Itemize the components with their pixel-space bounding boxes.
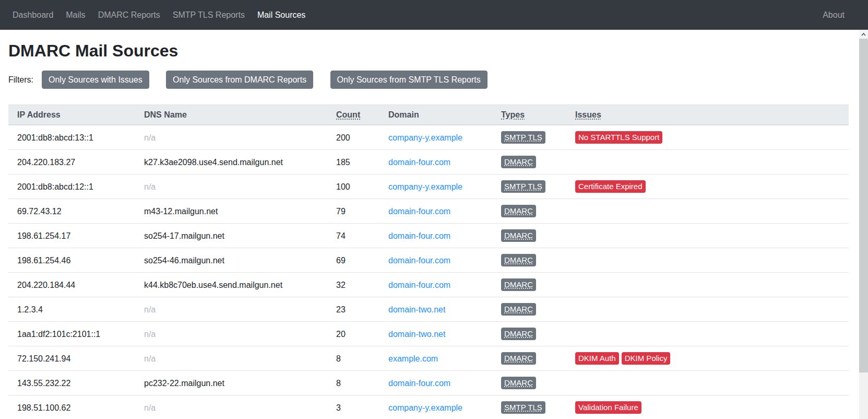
dns-cell: n/a: [135, 395, 327, 419]
column-header-label: DNS Name: [144, 110, 187, 119]
mail-sources-table: IP Address DNS Name Count Domain: [8, 104, 849, 419]
types-cell: SMTP TLS: [492, 174, 566, 199]
domain-link[interactable]: domain-four.com: [388, 379, 450, 388]
domain-link[interactable]: domain-two.net: [388, 330, 445, 339]
issues-cell: [566, 322, 849, 346]
issue-badge-dkim-policy: DKIM Policy: [622, 352, 671, 365]
count-cell: 74: [327, 224, 379, 248]
table-row-69-72-43-12: 69.72.43.12 m43-12.mailgun.net 79 domain…: [8, 199, 849, 224]
dns-value: n/a: [144, 305, 156, 314]
ip-cell: 1.2.3.4: [8, 297, 135, 322]
domain-cell: domain-two.net: [379, 297, 492, 322]
column-header-domain: Domain: [379, 105, 492, 125]
nav-item-dmarc-reports[interactable]: DMARC Reports: [92, 6, 167, 24]
table-row-198-61-254-46: 198.61.254.46 so254-46.mailgun.net 69 do…: [8, 248, 849, 273]
dns-cell: so254-46.mailgun.net: [135, 248, 327, 273]
nav-list-item: DMARC Reports: [92, 6, 167, 24]
domain-cell: domain-four.com: [379, 371, 492, 395]
type-badge-dmarc: DMARC: [501, 328, 536, 340]
filter-button-only-sources-from-smtp-tls-reports[interactable]: Only Sources from SMTP TLS Reports: [330, 71, 487, 89]
domain-link[interactable]: company-y.example: [388, 403, 462, 412]
filter-button-only-sources-with-issues[interactable]: Only Sources with Issues: [42, 71, 149, 89]
column-header-label: IP Address: [17, 110, 61, 119]
issues-cell: [566, 224, 849, 248]
domain-cell: company-y.example: [379, 395, 492, 419]
dns-cell: n/a: [135, 322, 327, 346]
table-row-72-150-241-94: 72.150.241.94 n/a 8 example.com DMARC DK…: [8, 346, 849, 371]
table-row-2001-db8-abcd-12-1: 2001:db8:abcd:12::1 n/a 100 company-y.ex…: [8, 174, 849, 199]
top-navbar: Dashboard Mails DMARC Reports SMTP TLS R…: [0, 0, 868, 30]
dns-value: n/a: [144, 133, 156, 142]
domain-link[interactable]: domain-four.com: [388, 281, 450, 289]
domain-link[interactable]: company-y.example: [388, 133, 462, 142]
nav-item-mails[interactable]: Mails: [60, 6, 91, 24]
navbar-left-items: Dashboard Mails DMARC Reports SMTP TLS R…: [6, 6, 312, 24]
type-badge-smtp-tls: SMTP TLS: [501, 401, 545, 414]
ip-cell: 204.220.183.27: [8, 150, 135, 174]
type-badge-dmarc: DMARC: [501, 352, 536, 365]
domain-link[interactable]: domain-four.com: [388, 207, 450, 216]
vertical-scrollbar[interactable]: [859, 30, 868, 419]
column-header-count: Count: [327, 105, 379, 125]
dns-value: n/a: [144, 330, 156, 339]
domain-cell: domain-two.net: [379, 322, 492, 346]
table-row-198-51-100-62: 198.51.100.62 n/a 3 company-y.example SM…: [8, 395, 849, 419]
column-header-dns-name: DNS Name: [135, 105, 327, 125]
nav-item-about[interactable]: About: [816, 6, 851, 24]
types-cell: DMARC: [492, 248, 566, 273]
table-header-row: IP Address DNS Name Count Domain: [8, 105, 849, 125]
type-badge-dmarc: DMARC: [501, 278, 536, 291]
type-badge-dmarc: DMARC: [501, 377, 536, 389]
type-badge-dmarc: DMARC: [501, 303, 536, 316]
type-badge-dmarc: DMARC: [501, 229, 536, 242]
table-row-198-61-254-17: 198.61.254.17 so254-17.mailgun.net 74 do…: [8, 224, 849, 248]
dns-value: n/a: [144, 354, 156, 363]
type-badge-dmarc: DMARC: [501, 254, 536, 266]
column-header-label[interactable]: Types: [501, 110, 525, 119]
dns-value: k44.kb8c70eb.use4.send.mailgun.net: [144, 281, 282, 289]
nav-list-item: Mail Sources: [251, 6, 312, 24]
domain-cell: example.com: [379, 346, 492, 371]
scroll-up-button[interactable]: [859, 30, 868, 39]
table-row-204-220-184-44: 204.220.184.44 k44.kb8c70eb.use4.send.ma…: [8, 273, 849, 297]
nav-item-dashboard[interactable]: Dashboard: [6, 6, 60, 24]
domain-link[interactable]: company-y.example: [388, 182, 462, 191]
filter-buttons: Only Sources with Issues Only Sources fr…: [42, 71, 502, 89]
count-cell: 79: [327, 199, 379, 224]
types-cell: DMARC: [492, 346, 566, 371]
ip-cell: 143.55.232.22: [8, 371, 135, 395]
table-row-1-2-3-4: 1.2.3.4 n/a 23 domain-two.net DMARC: [8, 297, 849, 322]
page-title: DMARC Mail Sources: [8, 41, 849, 61]
domain-link[interactable]: domain-two.net: [388, 305, 445, 314]
column-header-label[interactable]: Issues: [575, 110, 601, 119]
column-header-issues: Issues: [566, 105, 849, 125]
scrollbar-thumb[interactable]: [859, 39, 868, 373]
filter-button-only-sources-from-dmarc-reports[interactable]: Only Sources from DMARC Reports: [166, 71, 313, 89]
nav-item-smtp-tls-reports[interactable]: SMTP TLS Reports: [167, 6, 251, 24]
domain-link[interactable]: domain-four.com: [388, 256, 450, 265]
dns-cell: pc232-22.mailgun.net: [135, 371, 327, 395]
types-cell: SMTP TLS: [492, 395, 566, 419]
domain-cell: domain-four.com: [379, 224, 492, 248]
ip-cell: 204.220.184.44: [8, 273, 135, 297]
types-cell: DMARC: [492, 150, 566, 174]
domain-cell: domain-four.com: [379, 273, 492, 297]
count-cell: 100: [327, 174, 379, 199]
issues-cell: [566, 371, 849, 395]
dns-value: so254-46.mailgun.net: [144, 256, 224, 265]
column-header-label[interactable]: Count: [336, 110, 360, 119]
nav-item-mail-sources[interactable]: Mail Sources: [251, 6, 312, 24]
dns-value: so254-17.mailgun.net: [144, 231, 224, 240]
type-badge-dmarc: DMARC: [501, 205, 536, 217]
dns-value: n/a: [144, 182, 156, 191]
domain-link[interactable]: example.com: [388, 354, 438, 363]
dns-value: k27.k3ae2098.use4.send.mailgun.net: [144, 158, 283, 167]
issue-badge-validation-failure: Validation Failure: [575, 401, 641, 414]
types-cell: DMARC: [492, 224, 566, 248]
domain-link[interactable]: domain-four.com: [388, 231, 450, 240]
count-cell: 69: [327, 248, 379, 273]
chevron-up-icon: [861, 33, 866, 36]
table-row-1aa1-df2-101c-2101-1: 1aa1:df2:101c:2101::1 n/a 20 domain-two.…: [8, 322, 849, 346]
issue-badge-certificate-expired: Certificate Expired: [575, 180, 646, 193]
domain-link[interactable]: domain-four.com: [388, 158, 450, 167]
